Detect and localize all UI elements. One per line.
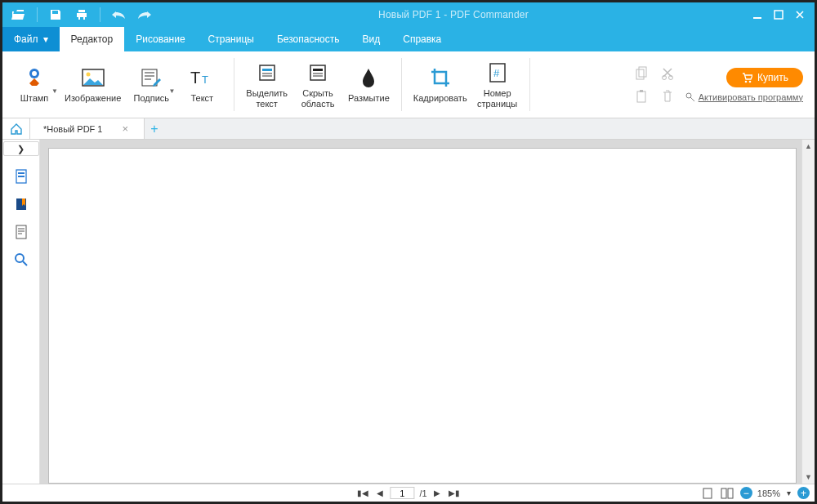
tab-pages[interactable]: Страницы: [197, 27, 266, 51]
scroll-down-button[interactable]: ▼: [802, 471, 815, 484]
title-bar: Новый PDF 1 - PDF Commander: [2, 2, 815, 27]
highlight-tool[interactable]: Выделить текст: [241, 55, 292, 114]
prev-page-button[interactable]: ◀: [375, 488, 385, 497]
close-tab-button[interactable]: ×: [122, 123, 128, 135]
svg-rect-30: [703, 488, 712, 498]
attachments-button[interactable]: [12, 223, 30, 241]
image-tool[interactable]: Изображение: [60, 55, 126, 114]
open-file-button[interactable]: [7, 4, 30, 25]
svg-text:T: T: [202, 74, 208, 86]
tool-label: Кадрировать: [413, 93, 467, 104]
window-title: Новый PDF 1 - PDF Commander: [156, 9, 751, 20]
svg-point-21: [745, 80, 748, 83]
page-input[interactable]: [390, 487, 414, 499]
svg-point-29: [16, 254, 24, 262]
tab-help[interactable]: Справка: [391, 27, 453, 51]
workspace: ❯ ▲ ▼: [2, 140, 815, 484]
copy-button[interactable]: [630, 64, 653, 83]
print-icon: [75, 8, 88, 21]
vertical-scrollbar[interactable]: ▲ ▼: [801, 140, 815, 484]
add-tab-button[interactable]: +: [145, 118, 164, 139]
search-icon: [14, 252, 29, 267]
two-page-view-button[interactable]: [721, 487, 734, 500]
file-menu[interactable]: Файл ▾: [2, 27, 60, 51]
buy-label: Купить: [757, 72, 788, 83]
buy-button[interactable]: Купить: [726, 68, 803, 87]
page-number-icon: #: [489, 62, 507, 83]
hide-area-icon: [308, 63, 328, 83]
svg-rect-15: [636, 69, 644, 79]
zoom-dropdown[interactable]: ▾: [785, 488, 792, 497]
undo-button[interactable]: [107, 4, 130, 25]
tab-drawing[interactable]: Рисование: [124, 27, 196, 51]
tool-label: Скрыть область: [301, 88, 335, 109]
save-button[interactable]: [44, 4, 67, 25]
tool-label: Текст: [190, 93, 213, 104]
svg-rect-11: [310, 65, 325, 80]
activate-link[interactable]: Активировать программу: [685, 92, 803, 102]
zoom-in-button[interactable]: +: [797, 487, 810, 499]
stamp-tool[interactable]: Штамп ▼: [9, 55, 60, 114]
page-number-tool[interactable]: # Номер страницы: [472, 55, 523, 114]
separator: [37, 7, 38, 22]
svg-point-22: [749, 80, 752, 83]
page-navigation: ▮◀ ◀ /1 ▶ ▶▮: [355, 487, 461, 499]
svg-text:#: #: [493, 67, 500, 79]
ribbon-right: Купить Активировать программу: [630, 51, 815, 118]
minimize-button[interactable]: [751, 8, 764, 21]
tab-security[interactable]: Безопасность: [266, 27, 351, 51]
search-button[interactable]: [12, 251, 30, 269]
document-page[interactable]: [48, 148, 797, 484]
dropdown-caret-icon: ▼: [168, 87, 175, 95]
close-icon: [795, 10, 805, 20]
page-thumb-icon: [15, 169, 28, 184]
document-tab[interactable]: *Новый PDF 1 ×: [30, 118, 145, 139]
tab-view[interactable]: Вид: [351, 27, 392, 51]
delete-button[interactable]: [656, 87, 679, 106]
canvas-area: ▲ ▼: [40, 140, 815, 484]
print-button[interactable]: [70, 4, 93, 25]
close-button[interactable]: [793, 8, 806, 21]
tool-label: Выделить текст: [246, 88, 288, 109]
scroll-track[interactable]: [802, 153, 815, 471]
blur-tool[interactable]: Размытие: [343, 55, 395, 114]
single-page-icon: [703, 488, 712, 499]
tool-label: Подпись: [134, 93, 170, 104]
svg-rect-10: [262, 69, 272, 71]
maximize-button[interactable]: [772, 8, 785, 21]
dropdown-caret-icon: ▼: [51, 87, 58, 95]
single-page-view-button[interactable]: [701, 487, 714, 500]
tab-label: Рисование: [136, 33, 185, 45]
paste-button[interactable]: [630, 87, 653, 106]
expand-panel-button[interactable]: ❯: [3, 141, 39, 156]
ribbon-group-page: Кадрировать # Номер страницы: [402, 51, 529, 118]
bookmarks-button[interactable]: [12, 195, 30, 213]
zoom-value: 185%: [757, 488, 780, 498]
status-right: − 185% ▾ +: [701, 487, 810, 500]
redo-icon: [137, 10, 152, 20]
redo-button[interactable]: [133, 4, 156, 25]
ribbon-group-mark: Выделить текст Скрыть область Размытие: [234, 51, 401, 118]
ribbon-toolbar: Штамп ▼ Изображение Подпись ▼ TT Текст В…: [2, 51, 815, 118]
zoom-controls: − 185% ▾ +: [740, 487, 810, 499]
zoom-out-button[interactable]: −: [740, 487, 752, 499]
tab-editor[interactable]: Редактор: [60, 27, 125, 51]
hide-area-tool[interactable]: Скрыть область: [292, 55, 343, 114]
ribbon-right-column: Купить Активировать программу: [685, 68, 803, 102]
next-page-button[interactable]: ▶: [432, 488, 442, 497]
signature-tool[interactable]: Подпись ▼: [126, 55, 176, 114]
key-icon: [685, 92, 695, 102]
signature-icon: [141, 68, 162, 87]
thumbnails-button[interactable]: [12, 167, 30, 185]
tool-label: Изображение: [65, 93, 121, 104]
first-page-button[interactable]: ▮◀: [355, 488, 370, 497]
crop-tool[interactable]: Кадрировать: [408, 55, 472, 114]
last-page-button[interactable]: ▶▮: [447, 488, 462, 497]
file-menu-label: Файл: [14, 33, 38, 45]
scroll-up-button[interactable]: ▲: [802, 140, 815, 153]
text-tool[interactable]: TT Текст: [176, 55, 227, 114]
home-tab[interactable]: [2, 118, 30, 139]
document-tab-label: *Новый PDF 1: [43, 124, 102, 134]
cut-button[interactable]: [656, 64, 679, 83]
ribbon-group-insert: Штамп ▼ Изображение Подпись ▼ TT Текст: [2, 51, 234, 118]
